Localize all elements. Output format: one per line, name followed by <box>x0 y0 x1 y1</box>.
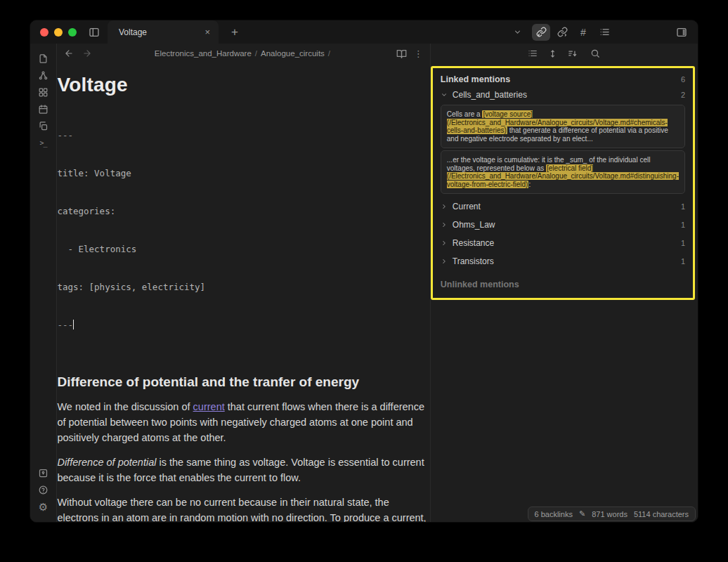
chevron-right-icon <box>441 240 448 247</box>
left-sidebar-toggle-icon[interactable] <box>85 24 103 41</box>
edit-mode-pencil-icon[interactable]: ✎ <box>579 509 585 518</box>
note-title: Voltage <box>57 77 429 93</box>
graph-view-icon[interactable] <box>34 67 53 84</box>
desktop-background: Voltage × + # <box>0 0 728 562</box>
zoom-window-button[interactable] <box>68 28 77 37</box>
outgoing-links-icon[interactable] <box>553 24 571 41</box>
status-word-count: 871 words <box>592 510 628 518</box>
frontmatter-line: title: Voltage <box>57 167 429 180</box>
breadcrumb-separator: / <box>252 49 261 58</box>
backlinks-panel: Linked mentions 6 Cells_and_batteries 2 … <box>430 44 698 522</box>
frontmatter-block: --- title: Voltage categories: - Electro… <box>57 104 429 357</box>
frontmatter-line: tags: [physics, electricity] <box>57 281 429 294</box>
chevron-down-icon <box>441 91 448 98</box>
nav-forward-icon[interactable] <box>82 48 92 58</box>
internal-link-current[interactable]: current <box>193 401 225 412</box>
canvas-icon[interactable] <box>34 84 53 100</box>
group-count: 1 <box>681 257 685 266</box>
tab-title: Voltage <box>119 27 202 37</box>
copy-icon[interactable] <box>34 117 53 134</box>
search-icon[interactable] <box>590 48 600 58</box>
sort-order-icon[interactable] <box>568 48 578 58</box>
linked-mentions-annotation-box: Linked mentions 6 Cells_and_batteries 2 … <box>431 66 695 300</box>
paragraph: Difference of potential is the same thin… <box>57 455 429 485</box>
help-icon[interactable] <box>34 481 53 498</box>
frontmatter-line: - Electronics <box>57 243 429 256</box>
linked-mentions-count: 6 <box>681 75 685 84</box>
tab-voltage[interactable]: Voltage × <box>108 20 219 44</box>
paragraph: We noted in the discussion of current th… <box>57 399 429 445</box>
chevron-right-icon <box>441 203 448 210</box>
breadcrumb-folder[interactable]: Electronics_and_Hardware <box>155 49 252 58</box>
vault-switcher-icon[interactable] <box>34 464 53 481</box>
titlebar: Voltage × + # <box>30 20 698 44</box>
text-cursor <box>73 320 74 329</box>
tab-list-chevron-icon[interactable] <box>513 27 522 37</box>
breadcrumb-separator: / <box>325 49 334 58</box>
view-switcher: # <box>532 24 613 41</box>
group-count: 1 <box>681 202 685 211</box>
backlinks-list-icon[interactable] <box>528 48 538 58</box>
group-count: 1 <box>681 239 685 247</box>
backlink-snippet[interactable]: ...er the voltage is cumulative: it is t… <box>441 150 685 194</box>
backlink-group-transistors[interactable]: Transistors 1 <box>441 251 685 269</box>
app-window: Voltage × + # <box>30 20 698 523</box>
group-count: 2 <box>681 91 685 99</box>
chevron-right-icon <box>441 258 448 265</box>
tab-close-icon[interactable]: × <box>202 27 213 37</box>
backlinks-panel-header <box>431 44 698 63</box>
linked-mentions-header[interactable]: Linked mentions 6 <box>441 74 685 84</box>
group-count: 1 <box>681 221 685 229</box>
backlink-group-ohms-law[interactable]: Ohms_Law 1 <box>441 214 685 233</box>
note-editor[interactable]: Voltage --- title: Voltage categories: -… <box>57 63 430 522</box>
chevron-right-icon <box>441 221 448 228</box>
left-ribbon: >_ ⚙ <box>30 44 57 522</box>
frontmatter-line: categories: <box>57 205 429 218</box>
window-controls <box>30 28 85 37</box>
frontmatter-close: --- <box>57 319 429 332</box>
backlink-group-resistance[interactable]: Resistance 1 <box>441 233 685 251</box>
backlink-group-current[interactable]: Current 1 <box>441 196 685 214</box>
unlinked-mentions-header[interactable]: Unlinked mentions <box>441 280 685 289</box>
status-backlinks[interactable]: 6 backlinks <box>535 510 573 518</box>
backlinks-icon[interactable] <box>532 24 550 41</box>
nav-back-icon[interactable] <box>64 48 74 58</box>
section-heading: Difference of potential and the tranfer … <box>57 374 429 390</box>
settings-gear-icon[interactable]: ⚙ <box>34 498 53 515</box>
minimize-window-button[interactable] <box>54 28 63 37</box>
collapse-results-icon[interactable] <box>548 49 557 58</box>
paragraph: Without voltage there can be no current … <box>57 495 429 522</box>
editor-header: Electronics_and_Hardware/Analogue_circui… <box>57 44 430 63</box>
linked-mentions-title: Linked mentions <box>441 74 510 84</box>
editor-pane: Electronics_and_Hardware/Analogue_circui… <box>57 44 430 522</box>
close-window-button[interactable] <box>40 28 48 37</box>
status-bar: 6 backlinks ✎ 871 words 5114 characters <box>528 507 696 521</box>
breadcrumb-folder[interactable]: Analogue_circuits <box>261 49 325 58</box>
new-tab-button[interactable]: + <box>227 25 242 39</box>
reading-mode-icon[interactable] <box>396 48 407 59</box>
quick-switcher-icon[interactable] <box>34 50 53 67</box>
tags-icon[interactable]: # <box>574 24 592 41</box>
frontmatter-open: --- <box>57 129 429 142</box>
backlink-group-cells-and-batteries[interactable]: Cells_and_batteries 2 <box>441 84 685 103</box>
right-sidebar-toggle-icon[interactable] <box>672 24 691 41</box>
status-character-count: 5114 characters <box>634 510 689 518</box>
outline-icon[interactable] <box>595 24 613 41</box>
daily-note-calendar-icon[interactable] <box>34 100 53 117</box>
more-options-icon[interactable]: ⋮ <box>414 48 423 59</box>
backlink-snippet[interactable]: Cells are a [voltage source](/Electronic… <box>441 105 685 148</box>
breadcrumb: Electronics_and_Hardware/Analogue_circui… <box>92 49 396 58</box>
terminal-icon[interactable]: >_ <box>34 134 53 151</box>
